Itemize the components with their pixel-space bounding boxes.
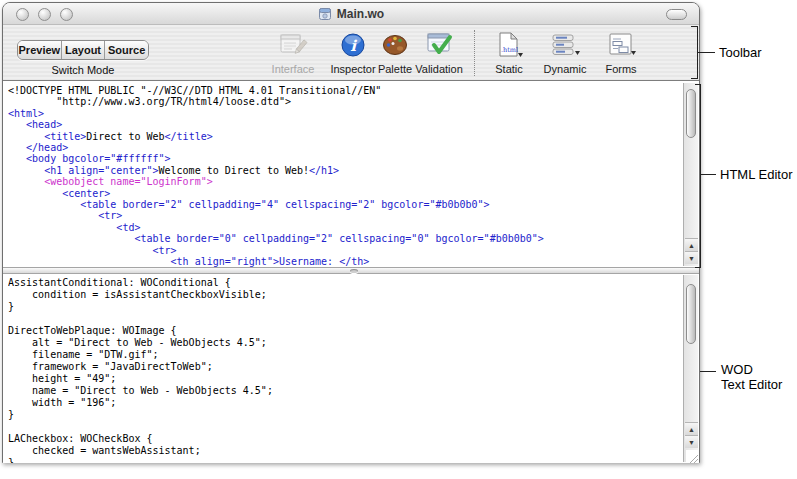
code-line: "http://www.w3.org/TR/html4/loose.dtd"> bbox=[8, 96, 682, 107]
html-scrollbar-thumb[interactable] bbox=[686, 89, 696, 138]
validation-icon bbox=[407, 29, 471, 61]
code-line: <table border="0" cellpadding="2" cellsp… bbox=[8, 233, 682, 244]
interface-icon bbox=[261, 29, 325, 61]
toolbar-item-forms[interactable]: Forms bbox=[589, 29, 653, 79]
window-title: Main.wo bbox=[337, 7, 384, 21]
code-line: name = "Direct to Web - WebObjects 4.5"; bbox=[8, 385, 682, 397]
html-scroll-down-arrow[interactable]: ▼ bbox=[685, 251, 698, 264]
code-line: <!DOCTYPE HTML PUBLIC "-//W3C//DTD HTML … bbox=[8, 85, 682, 96]
code-line: height = "49"; bbox=[8, 373, 682, 385]
dynamic-icon bbox=[533, 29, 597, 61]
webobjects-builder-window: Main.wo Preview Layout Source Switch Mod… bbox=[2, 2, 700, 463]
code-line: <html> bbox=[8, 108, 682, 119]
toolbar-bracket-top-tick bbox=[691, 26, 697, 27]
toolbar-item-interface: Interface bbox=[261, 29, 325, 79]
wod-editor-annotation-line2: Text Editor bbox=[721, 377, 782, 392]
wod-scroll-up-arrow[interactable]: ▲ bbox=[685, 422, 698, 435]
code-line: </head> bbox=[8, 142, 682, 153]
title-area: Main.wo bbox=[3, 3, 699, 25]
toolbar-separator bbox=[474, 30, 475, 76]
html-editor-content: <!DOCTYPE HTML PUBLIC "-//W3C//DTD HTML … bbox=[8, 85, 682, 267]
code-line: <tr> bbox=[8, 245, 682, 256]
toolbar-item-validation[interactable]: Validation bbox=[407, 29, 471, 79]
code-line bbox=[8, 421, 682, 433]
preview-button[interactable]: Preview bbox=[18, 41, 62, 59]
code-line: filename = "DTW.gif"; bbox=[8, 349, 682, 361]
code-line: <th align="right">Username: </th> bbox=[8, 256, 682, 267]
html-editor-bracket-bottom-tick bbox=[695, 267, 701, 268]
switch-mode-label: Switch Mode bbox=[17, 64, 149, 76]
toolbar-toggle-button[interactable] bbox=[666, 9, 687, 20]
code-line bbox=[8, 313, 682, 325]
toolbar-leader-line bbox=[698, 52, 715, 53]
svg-text:.html: .html bbox=[501, 46, 518, 54]
validation-label: Validation bbox=[407, 63, 471, 75]
code-line: <td> bbox=[8, 222, 682, 233]
code-line: DirectToWebPlaque: WOImage { bbox=[8, 325, 682, 337]
html-editor-bracket-top-tick bbox=[695, 84, 701, 85]
wod-editor-leader-line bbox=[700, 371, 716, 372]
code-line: width = "196"; bbox=[8, 397, 682, 409]
html-editor-bracket-line bbox=[700, 84, 701, 268]
toolbar-annotation: Toolbar bbox=[719, 45, 762, 60]
splitter-dimple-handle[interactable] bbox=[350, 269, 358, 273]
code-line: <title>Direct to Web</title> bbox=[8, 131, 682, 142]
code-line: framework = "JavaDirectToWeb"; bbox=[8, 361, 682, 373]
toolbar-item-dynamic[interactable]: Dynamic bbox=[533, 29, 597, 79]
wod-editor-annotation-line1: WOD bbox=[721, 362, 753, 377]
wod-editor-content: AssistantConditional: WOConditional { co… bbox=[8, 277, 682, 463]
code-line: <head> bbox=[8, 119, 682, 130]
wod-editor-scrollbar[interactable]: ▲ ▼ bbox=[683, 275, 698, 462]
forms-label: Forms bbox=[589, 63, 653, 75]
static-label: Static bbox=[479, 63, 539, 75]
code-line: } bbox=[8, 409, 682, 421]
interface-label: Interface bbox=[261, 63, 325, 75]
code-line: <h1 align="center">Welcome to Direct to … bbox=[8, 165, 682, 176]
code-line: LACheckbox: WOCheckBox { bbox=[8, 433, 682, 445]
code-line: <body bgcolor="#ffffff"> bbox=[8, 153, 682, 164]
pane-splitter[interactable] bbox=[3, 267, 699, 274]
code-line: <table border="2" cellpadding="4" cellsp… bbox=[8, 199, 682, 210]
html-editor-pane[interactable]: <!DOCTYPE HTML PUBLIC "-//W3C//DTD HTML … bbox=[3, 82, 699, 267]
html-editor-annotation: HTML Editor bbox=[720, 167, 792, 182]
static-icon: .html bbox=[479, 29, 539, 61]
html-editor-leader-line bbox=[701, 174, 716, 175]
toolbar-item-static[interactable]: .html Static bbox=[479, 29, 539, 79]
switch-mode-segmented-control: Preview Layout Source bbox=[17, 40, 149, 60]
code-line: } bbox=[8, 301, 682, 313]
forms-icon bbox=[589, 29, 653, 61]
window-resize-grip[interactable] bbox=[686, 450, 698, 462]
toolbar: Preview Layout Source Switch Mode bbox=[3, 25, 699, 81]
source-button[interactable]: Source bbox=[105, 41, 148, 59]
dynamic-label: Dynamic bbox=[533, 63, 597, 75]
code-line: } bbox=[8, 457, 682, 463]
html-editor-scrollbar[interactable]: ▲ ▼ bbox=[683, 83, 698, 266]
wod-editor-pane[interactable]: AssistantConditional: WOConditional { co… bbox=[3, 274, 699, 463]
layout-button[interactable]: Layout bbox=[62, 41, 106, 59]
code-line: condition = isAssistantCheckboxVisible; bbox=[8, 289, 682, 301]
code-line: <webobject name="LoginForm"> bbox=[8, 176, 682, 187]
code-line: alt = "Direct to Web - WebObjects 4.5"; bbox=[8, 337, 682, 349]
code-line: checked = wantsWebAssistant; bbox=[8, 445, 682, 457]
code-line: <tr> bbox=[8, 210, 682, 221]
title-bar[interactable]: Main.wo bbox=[3, 3, 699, 25]
toolbar-bracket-bottom-tick bbox=[691, 78, 697, 79]
wod-scrollbar-thumb[interactable] bbox=[686, 284, 696, 344]
wod-scroll-down-arrow[interactable]: ▼ bbox=[685, 435, 698, 448]
document-icon bbox=[318, 7, 332, 21]
code-line: AssistantConditional: WOConditional { bbox=[8, 277, 682, 289]
html-scroll-up-arrow[interactable]: ▲ bbox=[685, 238, 698, 251]
code-line: <center> bbox=[8, 188, 682, 199]
